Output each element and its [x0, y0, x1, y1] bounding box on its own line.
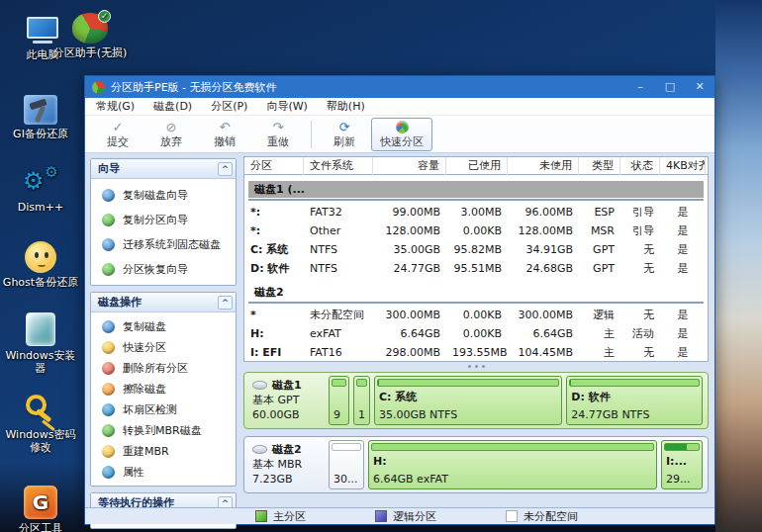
disk-operations-header[interactable]: 磁盘操作 ^	[91, 293, 236, 312]
unallocated-swatch	[506, 510, 518, 522]
col-status[interactable]: 状态	[620, 157, 660, 175]
partition-block-c[interactable]: C: 系统 35.00GB NTFS	[374, 376, 562, 425]
menu-general[interactable]: 常规(G)	[96, 99, 135, 114]
splitter-dots-icon	[475, 365, 478, 368]
col-4kb-align[interactable]: 4KB对齐	[660, 157, 706, 175]
check-icon: ✓	[113, 120, 124, 134]
sidebar-item-migrate-os-ssd[interactable]: 迁移系统到固态磁盘	[93, 232, 234, 257]
discard-button[interactable]: ⊘ 放弃	[144, 120, 198, 149]
partition-block-esp[interactable]: 9	[329, 376, 349, 425]
desktop-icon-partition-tool[interactable]: G 分区工具	[2, 482, 79, 532]
logical-partition-swatch	[375, 510, 387, 522]
client-area: 向导 ^ 复制磁盘向导 复制分区向导 迁移系统到固态磁盘	[85, 153, 714, 507]
partition-block-h[interactable]: H: 6.64GB exFAT	[368, 440, 657, 489]
desktop-icon-label: Ghost备份还原	[2, 276, 79, 289]
menubar: 常规(G) 磁盘(D) 分区(P) 向导(W) 帮助(H)	[85, 98, 714, 116]
sidebar-item-delete-all-partitions[interactable]: 删除所有分区	[93, 358, 234, 379]
menu-disk[interactable]: 磁盘(D)	[153, 99, 192, 114]
table-row[interactable]: D: 软件NTFS24.77GB95.51MB24.68GBGPT无是	[244, 259, 708, 278]
wizard-panel-header[interactable]: 向导 ^	[91, 159, 236, 179]
col-used[interactable]: 已使用	[446, 157, 508, 175]
disk1-group-row[interactable]: 磁盘1 (...	[248, 181, 704, 201]
desktop-icon-label: 分区工具	[2, 522, 79, 532]
partition-recovery-icon	[102, 263, 115, 276]
desktop-icon-windows-password[interactable]: Windows密码修改	[2, 388, 79, 454]
table-row[interactable]: *未分配空间300.00MB0.00KB300.00MB逻辑无是	[244, 306, 708, 324]
toolbar-separator	[311, 121, 312, 148]
quick-partition-button[interactable]: 快速分区	[371, 118, 432, 151]
col-unused[interactable]: 未使用	[508, 157, 579, 175]
collapse-icon[interactable]: ^	[218, 296, 233, 310]
titlebar[interactable]: 分区助手PE版 - 无损分区免费软件 – □ ✕	[85, 76, 714, 98]
undo-button[interactable]: ↶ 撤销	[198, 120, 251, 149]
table-row[interactable]: I: EFIFAT16298.00MB193.55MB104.45MB主无是	[244, 343, 708, 362]
disk2-meta: 基本 MBR	[252, 457, 322, 472]
desktop-icon-label: Dism++	[2, 201, 79, 214]
key-icon	[23, 392, 58, 425]
desktop-icon-gi-backup[interactable]: GI备份还原	[2, 87, 79, 140]
menu-help[interactable]: 帮助(H)	[327, 99, 365, 114]
sidebar-item-copy-partition-wizard[interactable]: 复制分区向导	[93, 208, 234, 232]
desktop-icon-partition-assistant[interactable]: ✓ 分区助手(无损)	[51, 6, 129, 59]
sidebar-item-copy-disk[interactable]: 复制磁盘	[93, 316, 234, 337]
sidebar-item-bad-sector-check[interactable]: 坏扇区检测	[93, 399, 234, 420]
quick-partition-icon	[102, 341, 115, 354]
sidebar-item-properties[interactable]: 属性	[93, 462, 234, 483]
delete-all-partitions-icon	[102, 362, 115, 375]
disk1-meta: 基本 GPT	[252, 393, 322, 407]
col-partition[interactable]: 分区	[244, 157, 304, 175]
refresh-button[interactable]: ⟳ 刷新	[318, 120, 371, 149]
sidebar-item-quick-partition[interactable]: 快速分区	[93, 337, 234, 358]
col-filesystem[interactable]: 文件系统	[304, 157, 373, 175]
menu-partition[interactable]: 分区(P)	[211, 99, 247, 114]
table-row[interactable]: *:Other128.00MB0.00KB128.00MBMSR引导是	[244, 222, 708, 240]
col-type[interactable]: 类型	[579, 157, 620, 175]
partition-block-d[interactable]: D: 软件 24.77GB NTFS	[566, 376, 703, 425]
disk2-strip[interactable]: 磁盘2 基本 MBR 7.23GB 30... H: 6.64GB exFAT	[243, 436, 709, 493]
splitter-handle[interactable]	[243, 362, 709, 371]
rebuild-mbr-icon	[102, 445, 115, 458]
desktop-icon-dism[interactable]: ⚙⚙ Dism++	[2, 160, 79, 214]
wipe-disk-icon	[102, 383, 115, 396]
sidebar-item-rebuild-mbr[interactable]: 重建MBR	[93, 441, 234, 462]
toolbar: ✓ 提交 ⊘ 放弃 ↶ 撤销 ↷ 重做 ⟳ 刷新 快速分区	[85, 116, 714, 153]
disk-icon	[252, 381, 267, 390]
check-badge-icon: ✓	[98, 10, 111, 23]
ghost-icon	[25, 241, 56, 273]
usage-bar	[371, 443, 654, 451]
collapse-icon[interactable]: ^	[218, 162, 233, 176]
window-title: 分区助手PE版 - 无损分区免费软件	[111, 80, 625, 95]
commit-button[interactable]: ✓ 提交	[91, 120, 144, 149]
legend-unallocated: 未分配空间	[506, 509, 578, 524]
menu-wizard[interactable]: 向导(W)	[266, 99, 307, 114]
disk-icon	[252, 445, 267, 454]
main-area: 分区 文件系统 容量 已使用 未使用 类型 状态 4KB对齐 磁盘1 (... …	[239, 153, 714, 507]
app-logo-icon	[92, 81, 105, 94]
table-row[interactable]: *:FAT3299.00MB3.00MB96.00MBESP引导是	[244, 203, 708, 222]
partition-block-msr[interactable]: 1	[353, 376, 370, 425]
disk1-size: 60.00GB	[252, 407, 322, 422]
sidebar-item-partition-recovery-wizard[interactable]: 分区恢复向导	[93, 257, 234, 282]
partition-block-i[interactable]: I:... 29...	[661, 440, 703, 489]
gears-icon: ⚙⚙	[23, 166, 58, 198]
sidebar-item-wipe-disk[interactable]: 擦除磁盘	[93, 379, 234, 399]
disk1-strip[interactable]: 磁盘1 基本 GPT 60.00GB 9 1	[243, 372, 709, 429]
status-bar: 主分区 逻辑分区 未分配空间	[85, 507, 714, 524]
primary-partition-swatch	[255, 510, 267, 522]
redo-button[interactable]: ↷ 重做	[251, 120, 305, 149]
usage-bar	[332, 443, 361, 451]
usage-bar	[377, 379, 559, 387]
maximize-button[interactable]: □	[655, 76, 685, 98]
disk2-group-row[interactable]: 磁盘2	[248, 284, 704, 304]
sidebar-item-convert-to-mbr[interactable]: 转换到MBR磁盘	[93, 420, 234, 441]
table-row[interactable]: C: 系统NTFS35.00GB95.82MB34.91GBGPT无是	[244, 240, 708, 259]
sidebar-item-copy-disk-wizard[interactable]: 复制磁盘向导	[93, 183, 234, 208]
copy-disk-wizard-icon	[102, 189, 115, 202]
partition-block-unallocated[interactable]: 30...	[329, 440, 364, 489]
minimize-button[interactable]: –	[625, 76, 655, 98]
col-capacity[interactable]: 容量	[373, 157, 446, 175]
close-button[interactable]: ✕	[685, 76, 714, 98]
table-row[interactable]: H:exFAT6.64GB0.00KB6.64GB主活动是	[244, 324, 708, 343]
desktop-icon-windows-installer[interactable]: Windows安装器	[2, 309, 79, 375]
desktop-icon-ghost-backup[interactable]: Ghost备份还原	[2, 235, 79, 289]
